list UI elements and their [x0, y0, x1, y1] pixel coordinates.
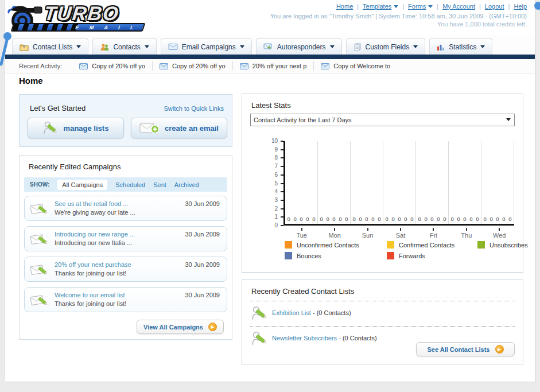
recent-activity-item[interactable]: Copy of Welcome to — [314, 61, 397, 71]
nav-link-templates[interactable]: Templates — [363, 3, 398, 10]
see-all-contact-lists-button[interactable]: See All Contact Lists ▶ — [416, 342, 515, 356]
logo-email-bar: E M A I L — [11, 23, 146, 32]
x-axis-label-cell: Sun — [351, 228, 384, 239]
data-value-labels: 0 0 0 0 0 — [481, 216, 514, 222]
data-value-labels: 0 0 0 0 0 — [318, 216, 350, 222]
recent-activity-item[interactable]: Copy of 20% off yo — [72, 61, 153, 71]
chart-day-group: 0 0 0 0 0 — [481, 141, 514, 224]
recently-created-contact-lists-panel: Recently Created Contact Lists Exhibitio… — [242, 280, 523, 364]
contact-list-link[interactable]: Exhibition List — [272, 309, 311, 316]
x-axis-tick-label: Thu — [450, 232, 483, 239]
contact-lists-title: Recently Created Contact Lists — [251, 287, 354, 296]
x-axis-tick-label: Sun — [351, 232, 384, 239]
chevron-down-icon — [394, 5, 398, 8]
y-axis-tick — [281, 149, 283, 150]
nav-link-help[interactable]: Help — [514, 3, 527, 10]
campaign-row[interactable]: See us at the retail food ... We're givi… — [24, 196, 227, 221]
x-axis-label-cell: Thu — [450, 228, 483, 239]
pages-icon — [353, 43, 362, 51]
tab-email-campaigns[interactable]: Email Campaigns — [161, 38, 252, 55]
campaign-row[interactable]: Welcome to our email list Thanks for joi… — [24, 287, 227, 312]
campaign-subtitle: Thanks for joining our list! — [55, 300, 126, 307]
filter-archived[interactable]: Archived — [174, 181, 199, 188]
tab-statistics[interactable]: Statistics — [429, 38, 492, 55]
stats-title: Latest Stats — [251, 101, 291, 110]
x-axis-tick-label: Fri — [417, 232, 450, 239]
manage-lists-button[interactable]: manage lists — [28, 118, 124, 138]
campaign-title-link[interactable]: 20% off your next purchase — [55, 261, 131, 268]
page-title: Home — [19, 76, 43, 86]
recent-activity-label: Recent Activity: — [19, 63, 62, 69]
get-started-panel: Let's Get Started Switch to Quick Links … — [19, 94, 232, 147]
campaign-title-link[interactable]: See us at the retail food ... — [55, 200, 128, 207]
tab-contacts[interactable]: Contacts — [92, 38, 156, 55]
campaign-filter-bar: SHOW: All Campaigns Scheduled Sent Archi… — [24, 177, 227, 192]
envelope-icon — [160, 63, 168, 69]
credits-info: You have 1,000 total credits left. — [437, 21, 527, 28]
campaign-row[interactable]: 20% off your next purchase Thanks for jo… — [24, 257, 227, 282]
nav-link-my-account[interactable]: My Account — [442, 3, 475, 10]
y-axis-tick-label: 1 — [264, 214, 278, 220]
campaign-subtitle: We're giving away our late ... — [55, 209, 135, 216]
x-axis-label-cell: Sat — [384, 228, 417, 239]
campaign-title-link[interactable]: Introducing our new range ... — [55, 231, 135, 238]
turbo-email-logo: TURBO E M A I L — [6, 1, 151, 33]
campaign-subtitle: Thanks for joining our list! — [55, 270, 126, 277]
filter-all-campaigns[interactable]: All Campaigns — [57, 180, 107, 190]
chevron-down-icon — [240, 45, 244, 48]
tab-custom-fields[interactable]: Custom Fields — [346, 38, 426, 55]
nav-link-forms[interactable]: Forms — [408, 3, 433, 10]
contact-list-link[interactable]: Newsletter Subscribers — [272, 335, 337, 341]
view-all-campaigns-button[interactable]: View All Campaigns ▶ — [137, 320, 224, 334]
recent-activity-item[interactable]: Copy of 20% off yo — [153, 61, 233, 71]
person-pencil-icon — [251, 331, 267, 347]
envelope-pencil-icon — [30, 232, 49, 247]
chevron-down-icon — [76, 45, 81, 48]
y-axis-tick-label: 3 — [264, 197, 278, 203]
legend-item: Forwards — [387, 252, 477, 259]
dotted-divider — [250, 301, 515, 301]
nav-link-home[interactable]: Home — [336, 3, 353, 10]
stats-period-select-wrap: Contact Activity for the Last 7 Days — [250, 114, 515, 126]
tab-contact-lists[interactable]: Contact Lists — [12, 38, 88, 55]
legend-swatch-icon — [387, 252, 394, 259]
nav-link-logout[interactable]: Logout — [485, 3, 504, 10]
x-axis-tick-label: Sat — [384, 232, 417, 239]
contact-list-item[interactable]: Exhibition List - (0 Contacts) — [250, 304, 515, 323]
arrow-right-icon: ▶ — [208, 323, 217, 331]
tab-autoresponders[interactable]: Autoresponders — [256, 38, 342, 55]
campaign-title-link[interactable]: Welcome to our email list — [55, 292, 125, 298]
chevron-down-icon — [413, 45, 418, 48]
dotted-divider — [250, 326, 515, 327]
x-axis-tick-label: Mon — [318, 232, 351, 239]
get-started-title: Let's Get Started — [30, 104, 86, 112]
envelope-pencil-icon — [30, 201, 49, 216]
switch-to-quick-links[interactable]: Switch to Quick Links — [164, 105, 224, 112]
top-navigation: Home| Templates| Forms| My Account| Logo… — [336, 3, 527, 10]
chart-day-group: 0 0 0 0 0 — [318, 141, 351, 224]
filter-sent[interactable]: Sent — [153, 181, 166, 188]
filter-scheduled[interactable]: Scheduled — [115, 181, 145, 188]
chart-day-group: 0 0 0 0 0 — [351, 141, 383, 224]
y-axis-tick-label: 9 — [264, 146, 278, 153]
x-axis-tick-label: Tue — [285, 232, 318, 239]
legend-label: Confirmed Contacts — [399, 242, 454, 249]
person-pencil-icon — [43, 121, 58, 135]
x-axis-label-cell: Wed — [483, 228, 516, 239]
x-axis-label-cell: Mon — [318, 228, 351, 239]
y-axis-tick — [281, 166, 283, 167]
campaign-date: 30 Jun 2009 — [185, 200, 220, 207]
x-axis-tick — [301, 228, 302, 231]
legend-item: Unconfirmed Contacts — [285, 241, 387, 249]
campaign-subtitle: Introducing our new Italia ... — [55, 239, 132, 246]
chart-x-axis-labels: TueMonSunSatFriThuWed — [285, 228, 516, 239]
stats-period-select[interactable]: Contact Activity for the Last 7 Days — [250, 114, 515, 126]
y-axis-tick — [281, 174, 283, 176]
campaign-row[interactable]: Introducing our new range ... Introducin… — [24, 226, 227, 251]
chart-day-group: 0 0 0 0 0 — [416, 141, 449, 224]
y-axis-tick — [281, 208, 283, 209]
create-email-button[interactable]: create an email — [131, 118, 227, 138]
recent-activity-bar: Recent Activity: Copy of 20% off yo Copy… — [5, 59, 535, 73]
y-axis-tick-label: 0 — [264, 222, 278, 228]
recent-activity-item[interactable]: 20% off your next p — [233, 61, 314, 71]
